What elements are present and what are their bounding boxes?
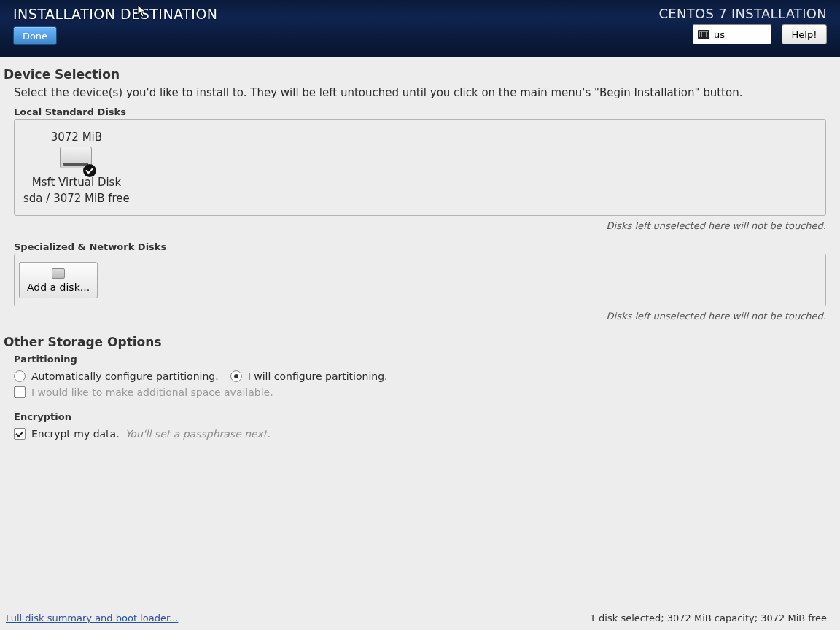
make-space-checkbox: I would like to make additional space av… xyxy=(14,386,273,398)
header-left: INSTALLATION DESTINATION Done xyxy=(13,6,218,50)
encryption-row: Encrypt my data. You'll set a passphrase… xyxy=(4,428,836,440)
disk-size: 3072 MiB xyxy=(51,131,102,144)
footer-status: 1 disk selected; 3072 MiB capacity; 3072… xyxy=(590,612,827,623)
add-disk-label: Add a disk... xyxy=(27,281,90,293)
other-storage-title: Other Storage Options xyxy=(4,335,836,349)
make-space-label: I would like to make additional space av… xyxy=(31,386,273,398)
keyboard-layout-label: us xyxy=(714,29,725,40)
radio-icon xyxy=(230,370,242,382)
add-disk-button[interactable]: Add a disk... xyxy=(19,262,98,298)
checkbox-icon xyxy=(14,386,26,398)
auto-partition-label: Automatically configure partitioning. xyxy=(31,370,219,382)
disk-detail: sda / 3072 MiB free xyxy=(23,192,130,205)
radio-icon xyxy=(14,370,26,382)
content-area: Device Selection Select the device(s) yo… xyxy=(0,57,840,605)
manual-partition-label: I will configure partitioning. xyxy=(248,370,388,382)
done-button[interactable]: Done xyxy=(13,26,57,45)
page-title: INSTALLATION DESTINATION xyxy=(13,6,218,22)
help-button[interactable]: Help! xyxy=(782,24,827,44)
keyboard-layout-selector[interactable]: us xyxy=(693,24,771,44)
encrypt-checkbox[interactable]: Encrypt my data. xyxy=(14,428,120,440)
partitioning-options: Automatically configure partitioning. I … xyxy=(4,370,836,382)
local-disks-hint: Disks left unselected here will not be t… xyxy=(4,220,826,231)
local-disks-container: 3072 MiB Msft Virtual Disk sda / 3072 Mi… xyxy=(14,119,826,216)
check-icon xyxy=(83,164,96,177)
header-bar: INSTALLATION DESTINATION Done CENTOS 7 I… xyxy=(0,0,840,57)
auto-partition-radio[interactable]: Automatically configure partitioning. xyxy=(14,370,219,382)
device-selection-description: Select the device(s) you'd like to insta… xyxy=(4,86,836,99)
disk-icon xyxy=(60,147,93,173)
header-controls: us Help! xyxy=(693,24,827,44)
device-selection-title: Device Selection xyxy=(4,67,836,82)
encrypt-label: Encrypt my data. xyxy=(31,428,120,440)
encryption-label: Encryption xyxy=(4,411,836,422)
footer-bar: Full disk summary and boot loader... 1 d… xyxy=(0,605,840,630)
header-right: CENTOS 7 INSTALLATION us Help! xyxy=(658,6,827,50)
product-title: CENTOS 7 INSTALLATION xyxy=(658,6,827,21)
full-disk-summary-link[interactable]: Full disk summary and boot loader... xyxy=(6,612,178,623)
disk-add-icon xyxy=(52,268,65,279)
encrypt-hint: You'll set a passphrase next. xyxy=(125,428,271,440)
disk-item[interactable]: 3072 MiB Msft Virtual Disk sda / 3072 Mi… xyxy=(23,131,130,205)
disk-name: Msft Virtual Disk xyxy=(32,176,121,189)
local-disks-label: Local Standard Disks xyxy=(4,106,836,117)
make-space-row: I would like to make additional space av… xyxy=(4,386,836,398)
manual-partition-radio[interactable]: I will configure partitioning. xyxy=(230,370,388,382)
network-disks-label: Specialized & Network Disks xyxy=(4,241,836,252)
checkbox-icon xyxy=(14,428,26,440)
network-disks-hint: Disks left unselected here will not be t… xyxy=(4,311,826,322)
keyboard-icon xyxy=(698,30,709,39)
partitioning-label: Partitioning xyxy=(4,354,836,365)
network-disks-container: Add a disk... xyxy=(14,254,826,306)
